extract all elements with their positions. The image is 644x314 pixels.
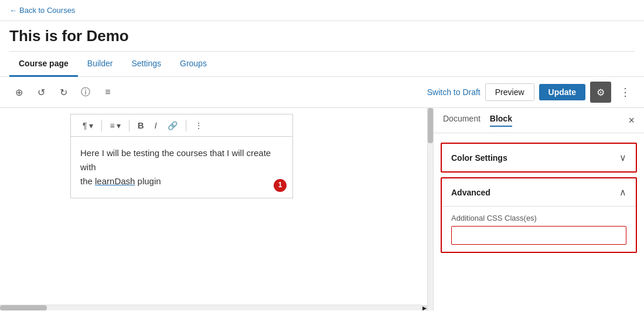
editor-scroll-area: ¶ ▾ ≡ ▾ B I 🔗 <box>0 108 433 310</box>
editor-toolbar: ⊕ ↺ ↻ ⓘ ≡ Switch to Draft Preview Update… <box>0 77 644 108</box>
undo-button[interactable]: ↺ <box>32 83 50 102</box>
italic-button[interactable]: I <box>150 118 162 133</box>
italic-icon: I <box>155 120 157 130</box>
back-to-courses-label: Back to Courses <box>19 6 75 15</box>
block-more-options-button[interactable]: ⋮ <box>190 119 207 133</box>
color-settings-section: Color Settings ∨ <box>441 143 637 173</box>
css-class-label: Additional CSS Class(es) <box>451 214 626 222</box>
align-chevron-icon: ▾ <box>117 121 121 130</box>
advanced-section: Advanced ∧ Additional CSS Class(es) <box>441 177 637 253</box>
advanced-header[interactable]: Advanced ∧ <box>442 178 636 206</box>
notification-badge: 1 <box>274 179 287 192</box>
align-icon: ≡ <box>110 121 115 130</box>
color-settings-chevron-icon: ∨ <box>619 152 626 163</box>
content-line2-pre: the <box>80 176 95 186</box>
bold-button[interactable]: B <box>133 118 149 133</box>
back-to-courses-link[interactable]: ← Back to Courses <box>9 6 635 15</box>
horizontal-scrollbar[interactable]: ▶ <box>0 305 421 310</box>
content-line1: Here I will be testing the courses that … <box>80 148 271 172</box>
learndash-link[interactable]: learnDash <box>95 176 135 186</box>
h-scrollbar-thumb[interactable] <box>0 305 47 310</box>
paragraph-icon: ¶ <box>83 121 87 130</box>
preview-button[interactable]: Preview <box>485 83 534 101</box>
more-options-button[interactable]: ⋮ <box>616 83 635 102</box>
panel-tabs: Document Block <box>443 114 512 127</box>
update-button[interactable]: Update <box>539 84 585 100</box>
link-icon: 🔗 <box>168 121 178 130</box>
v-scrollbar-thumb[interactable] <box>428 108 433 143</box>
block-format-toolbar: ¶ ▾ ≡ ▾ B I 🔗 <box>70 114 293 136</box>
page-title-area: This is for Demo <box>0 21 644 52</box>
alignment-button[interactable]: ≡ ▾ <box>105 119 125 133</box>
redo-button[interactable]: ↻ <box>54 83 73 102</box>
editor-area: ¶ ▾ ≡ ▾ B I 🔗 <box>0 108 433 310</box>
toolbar-left: ⊕ ↺ ↻ ⓘ ≡ <box>9 83 117 102</box>
link-button[interactable]: 🔗 <box>163 119 182 133</box>
tab-builder[interactable]: Builder <box>78 52 122 77</box>
paragraph-chevron-icon: ▾ <box>89 121 93 130</box>
toolbar-divider-1 <box>101 120 102 131</box>
block-more-icon: ⋮ <box>195 121 203 130</box>
tab-settings[interactable]: Settings <box>122 52 171 77</box>
list-view-button[interactable]: ≡ <box>98 83 117 102</box>
back-arrow-icon: ← <box>9 6 17 15</box>
css-class-input[interactable] <box>451 226 626 245</box>
panel-header: Document Block × <box>434 108 644 133</box>
page-title: This is for Demo <box>9 27 635 45</box>
top-nav: ← Back to Courses <box>0 0 644 21</box>
vertical-scrollbar[interactable] <box>427 108 433 310</box>
advanced-body: Additional CSS Class(es) <box>442 206 636 252</box>
panel-tab-block[interactable]: Block <box>490 114 512 127</box>
tab-course-page[interactable]: Course page <box>9 52 78 77</box>
paragraph-style-button[interactable]: ¶ ▾ <box>78 119 98 133</box>
main-layout: ¶ ▾ ≡ ▾ B I 🔗 <box>0 108 644 310</box>
color-settings-header[interactable]: Color Settings ∨ <box>442 144 636 171</box>
panel-content: Color Settings ∨ Advanced ∧ Additional C… <box>434 133 644 310</box>
advanced-chevron-icon: ∧ <box>619 187 626 198</box>
toolbar-right: Switch to Draft Preview Update ⚙ ⋮ <box>427 82 635 103</box>
toolbar-divider-3 <box>186 120 186 131</box>
content-line2-post: plugin <box>135 176 161 186</box>
color-settings-title: Color Settings <box>451 153 507 163</box>
toolbar-divider-2 <box>129 120 130 131</box>
panel-tab-document[interactable]: Document <box>443 114 481 127</box>
switch-to-draft-button[interactable]: Switch to Draft <box>427 87 481 97</box>
settings-gear-button[interactable]: ⚙ <box>590 82 611 103</box>
info-button[interactable]: ⓘ <box>76 83 95 102</box>
tabs-bar: Course page Builder Settings Groups <box>0 52 644 77</box>
scroll-right-arrow[interactable]: ▶ <box>421 305 427 310</box>
content-block[interactable]: Here I will be testing the courses that … <box>70 136 293 198</box>
tab-groups[interactable]: Groups <box>171 52 216 77</box>
panel-close-button[interactable]: × <box>628 114 635 127</box>
right-panel: Document Block × Color Settings ∨ Advanc… <box>433 108 644 310</box>
add-block-button[interactable]: ⊕ <box>9 83 28 102</box>
bold-icon: B <box>138 120 144 130</box>
advanced-title: Advanced <box>451 188 490 197</box>
